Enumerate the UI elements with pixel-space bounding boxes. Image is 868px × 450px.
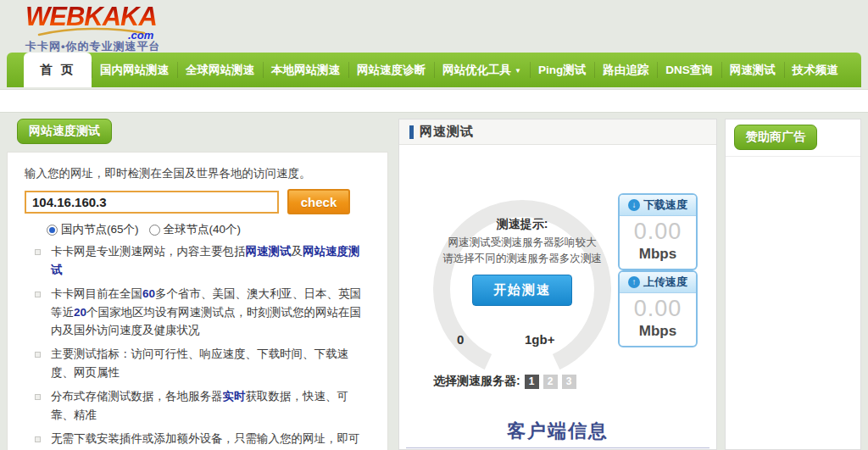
bullet-square-icon: [35, 394, 41, 400]
radio-domestic-nodes[interactable]: 国内节点(65个): [47, 222, 139, 237]
download-speed-unit: Mbps: [620, 245, 696, 269]
site-logo[interactable]: WEBKAKA .com 卡卡网•你的专业测速平台: [25, 3, 229, 53]
upload-speed-unit: Mbps: [620, 322, 696, 346]
feature-text-segment: 卡卡网是专业测速网站，内容主要包括: [51, 245, 246, 258]
header-accent-bar: [409, 125, 414, 139]
nav-item-traceroute[interactable]: 路由追踪: [594, 53, 657, 87]
gauge-min-label: 0: [457, 332, 464, 347]
tip-line-2: 请选择不同的测速服务器多次测速: [425, 251, 620, 267]
feature-list: 卡卡网是专业测速网站，内容主要包括网速测试及网站速度测试卡卡网目前在全国60多个…: [25, 242, 370, 450]
client-info-table-top-border: [406, 447, 709, 448]
server-option-2[interactable]: 2: [543, 375, 558, 389]
feature-highlight-link[interactable]: 网速测试: [246, 245, 292, 258]
feature-highlight-link[interactable]: 20: [74, 306, 86, 319]
nav-item-domestic-site-speed[interactable]: 国内网站测速: [92, 53, 177, 87]
radio-dot-icon: [149, 225, 160, 236]
net-speed-test-panel: 网速测试 测速提示: 网速测试受测速服务器影响较大 请选择不同的测速服务器多次测…: [398, 119, 717, 450]
chevron-down-icon: ▼: [515, 67, 521, 75]
gauge-max-label: 1gb+: [525, 332, 554, 347]
download-speed-box: ↓ 下载速度 0.00 Mbps: [618, 193, 698, 270]
feature-highlight-link[interactable]: 实时: [223, 390, 246, 403]
feature-item: 卡卡网目前在全国60多个省市、美国、澳大利亚、日本、英国等近20个国家地区均设有…: [25, 285, 370, 341]
sponsor-ads-header: 赞助商广告: [726, 119, 860, 157]
upload-arrow-icon: ↑: [628, 276, 640, 288]
net-speed-test-header: 网速测试: [399, 119, 716, 145]
radio-label: 国内节点(65个): [61, 222, 139, 237]
sponsor-ads-title-badge: 赞助商广告: [734, 125, 817, 150]
main-nav: 首 页国内网站测速全球网站测速本地网站测速网站速度诊断网站优化工具▼Ping测试…: [7, 53, 861, 87]
bullet-square-icon: [35, 292, 41, 297]
nav-item-home[interactable]: 首 页: [24, 53, 92, 87]
upload-speed-label: 上传速度: [643, 275, 687, 290]
feature-text: 分布式存储测试数据，各地服务器实时获取数据，快速、可靠、精准: [51, 387, 370, 425]
nav-item-local-site-speed[interactable]: 本地网站测速: [263, 53, 348, 87]
client-info-title: 客户端信息: [399, 419, 716, 444]
server-select-row: 选择测速服务器: 123: [433, 374, 576, 389]
nav-item-ping-test[interactable]: Ping测试: [530, 53, 594, 87]
nav-item-net-speed-test[interactable]: 网速测试: [721, 53, 784, 87]
feature-item: 主要测试指标：访问可行性、响应速度、下载时间、下载速度、网页属性: [25, 345, 370, 382]
sponsor-ads-panel: 赞助商广告: [725, 119, 861, 450]
left-panel-body: 输入您的网址，即时检测在全国及世界各地的访问速度。 check 国内节点(65个…: [7, 152, 388, 450]
radio-dot-icon: [47, 225, 58, 236]
feature-text-segment: 及: [292, 245, 303, 258]
website-speed-test-panel: 网站速度测试 输入您的网址，即时检测在全国及世界各地的访问速度。 check 国…: [7, 119, 388, 450]
feature-text-segment: 卡卡网目前在全国: [51, 287, 142, 300]
server-option-3[interactable]: 3: [562, 375, 576, 389]
subnav-strip: [0, 89, 868, 113]
net-speed-test-title: 网速测试: [420, 124, 474, 140]
nav-item-global-site-speed[interactable]: 全球网站测速: [177, 53, 263, 87]
tip-title: 测速提示:: [425, 217, 620, 232]
page: { "logo": { "brand": "WEBKAKA", "tld": "…: [0, 0, 868, 450]
feature-text-segment: 分布式存储测试数据，各地服务器: [51, 390, 223, 403]
tip-line-1: 网速测试受测速服务器影响较大: [425, 235, 620, 251]
bullet-square-icon: [35, 352, 41, 358]
feature-item: 无需下载安装插件或添加额外设备，只需输入您的网址，即可获得免费测试服务: [25, 430, 370, 450]
nav-item-site-speed-diagnosis[interactable]: 网站速度诊断: [348, 53, 434, 87]
feature-highlight-link[interactable]: 60: [142, 287, 155, 300]
check-button[interactable]: check: [287, 189, 350, 214]
left-panel-title-badge: 网站速度测试: [17, 119, 112, 144]
download-speed-header: ↓ 下载速度: [620, 195, 696, 216]
nav-item-tech-channel[interactable]: 技术频道: [784, 53, 847, 87]
feature-item: 分布式存储测试数据，各地服务器实时获取数据，快速、可靠、精准: [25, 387, 370, 425]
download-speed-value: 0.00: [620, 216, 696, 245]
start-speed-test-button[interactable]: 开始测速: [472, 275, 572, 306]
node-scope-radios: 国内节点(65个)全球节点(40个): [47, 222, 370, 237]
download-arrow-icon: ↓: [628, 199, 640, 211]
feature-text: 无需下载安装插件或添加额外设备，只需输入您的网址，即可获得免费测试服务: [51, 430, 370, 450]
feature-text-segment: 个国家地区均设有网速测试点，时刻测试您的网站在国内及国外访问速度及健康状况: [51, 306, 361, 337]
feature-text-segment: 主要测试指标：访问可行性、响应速度、下载时间、下载速度、网页属性: [51, 347, 348, 379]
download-speed-label: 下载速度: [643, 197, 687, 213]
nav-item-optimization-tools[interactable]: 网站优化工具▼: [434, 53, 530, 87]
bullet-square-icon: [35, 436, 41, 442]
server-option-1[interactable]: 1: [525, 375, 539, 389]
server-options: 123: [520, 375, 576, 389]
server-select-label: 选择测速服务器:: [433, 374, 520, 389]
url-input[interactable]: [25, 191, 279, 214]
feature-item: 卡卡网是专业测速网站，内容主要包括网速测试及网站速度测试: [25, 242, 370, 280]
bullet-square-icon: [35, 249, 41, 255]
upload-speed-header: ↑ 上传速度: [620, 272, 696, 293]
speed-tips: 测速提示: 网速测试受测速服务器影响较大 请选择不同的测速服务器多次测速 开始测…: [425, 217, 620, 306]
feature-text: 主要测试指标：访问可行性、响应速度、下载时间、下载速度、网页属性: [51, 345, 370, 382]
feature-text-segment: 无需下载安装插件或添加额外设备，只需输入您的网址，即可获得免费测试服务: [51, 432, 360, 450]
radio-global-nodes[interactable]: 全球节点(40个): [149, 222, 242, 237]
intro-text: 输入您的网址，即时检测在全国及世界各地的访问速度。: [25, 166, 370, 181]
url-row: check: [25, 189, 370, 214]
upload-speed-box: ↑ 上传速度 0.00 Mbps: [618, 270, 698, 347]
nav-item-dns-lookup[interactable]: DNS查询: [657, 53, 721, 87]
feature-text: 卡卡网目前在全国60多个省市、美国、澳大利亚、日本、英国等近20个国家地区均设有…: [51, 285, 370, 341]
radio-label: 全球节点(40个): [164, 222, 242, 237]
speed-gauge: 测速提示: 网速测试受测速服务器影响较大 请选择不同的测速服务器多次测速 开始测…: [425, 192, 620, 374]
upload-speed-value: 0.00: [620, 293, 696, 322]
feature-text: 卡卡网是专业测速网站，内容主要包括网速测试及网站速度测试: [51, 242, 370, 280]
